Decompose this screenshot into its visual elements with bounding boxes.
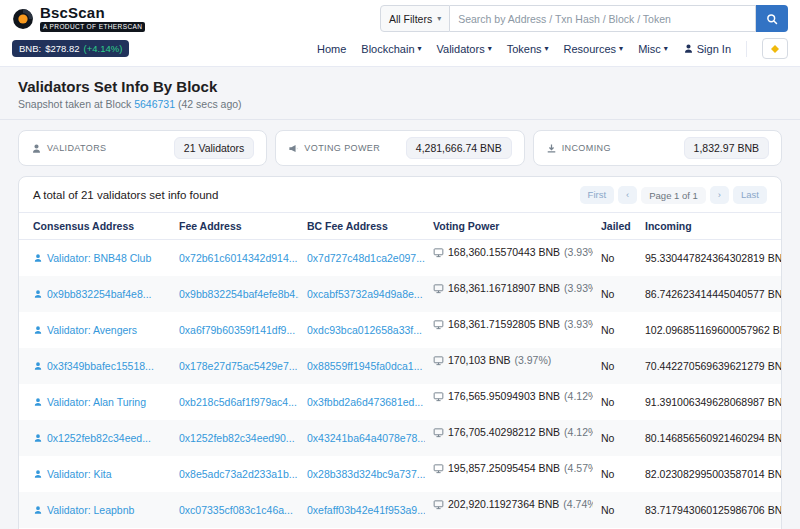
bc-fee-address-link[interactable]: 0x88559ff1945fa0dca1...	[307, 360, 422, 372]
voting-power-value: 202,920.11927364 BNB	[448, 498, 559, 510]
validator-user-icon	[33, 253, 43, 265]
pagination-first-button[interactable]: First	[580, 186, 614, 204]
nav-validators[interactable]: Validators▾	[437, 43, 492, 55]
col-incoming: Incoming	[637, 213, 781, 240]
bnb-price-change: (+4.14%)	[84, 43, 123, 54]
consensus-address-link[interactable]: Validator: BNB48 Club	[47, 252, 151, 264]
fee-address-link[interactable]: 0x8e5adc73a2d233a1b...	[179, 468, 298, 480]
logo-subtitle: A product of Etherscan	[40, 22, 145, 32]
voting-power-value: 195,857.25095454 BNB	[448, 462, 560, 474]
search-button[interactable]	[756, 5, 788, 32]
col-bc-fee-address: BC Fee Address	[299, 213, 425, 240]
search-filter-dropdown[interactable]: All Filters ▾	[380, 5, 450, 32]
stat-value-incoming: 1,832.97 BNB	[684, 137, 769, 159]
voting-power-value: 168,361.16718907 BNB	[448, 282, 560, 294]
fee-address-link[interactable]: 0xa6f79b60359f141df9...	[179, 324, 295, 336]
bnb-diamond-icon	[769, 43, 781, 55]
user-icon	[683, 43, 694, 54]
incoming-value: 82.023082995003587014 BNB	[637, 456, 781, 492]
bc-fee-address-link[interactable]: 0x43241ba64a4078e78...	[307, 432, 425, 444]
bc-fee-address-link[interactable]: 0xefaff03b42e41f953a9...	[307, 504, 425, 516]
jailed-value: No	[593, 276, 637, 312]
incoming-value: 102.096851169600057962 BNB	[637, 312, 781, 348]
fee-address-link[interactable]: 0x178e27d75ac5429e7...	[179, 360, 298, 372]
validator-user-icon	[33, 289, 43, 301]
validators-table-card: A total of 21 validators set info found …	[18, 176, 782, 529]
incoming-value: 70.442270569639621279 BNB	[637, 348, 781, 384]
table-row: Validator: Avengers 0xa6f79b60359f141df9…	[19, 312, 781, 348]
megaphone-icon	[288, 143, 299, 154]
user-icon	[31, 143, 42, 154]
block-number-link[interactable]: 5646731	[134, 98, 175, 110]
validator-user-icon	[33, 397, 43, 409]
nav-tokens[interactable]: Tokens▾	[507, 43, 549, 55]
page-content: Validators Set Info By Block Snapshot ta…	[0, 67, 800, 529]
consensus-address-link[interactable]: Validator: Leapbnb	[47, 504, 134, 516]
validators-table: Consensus Address Fee Address BC Fee Add…	[19, 212, 781, 529]
chevron-down-icon: ▾	[437, 14, 441, 23]
search-bar: All Filters ▾	[380, 5, 788, 32]
bc-fee-address-link[interactable]: 0xcabf53732a94d9a8e...	[307, 288, 423, 300]
sign-in-link[interactable]: Sign In	[683, 43, 731, 55]
col-jailed: Jailed	[593, 213, 637, 240]
stat-card-voting-power: Voting Power 4,281,666.74 BNB	[275, 130, 524, 166]
fee-address-link[interactable]: 0xb218c5d6af1f979ac4...	[179, 396, 297, 408]
consensus-address-link[interactable]: 0x3f349bbafec15518...	[47, 360, 154, 372]
consensus-address-link[interactable]: Validator: Avengers	[47, 324, 137, 336]
bsc-network-button[interactable]	[762, 38, 788, 59]
incoming-value: 86.742623414445040577 BNB	[637, 276, 781, 312]
nav-resources[interactable]: Resources▾	[564, 43, 624, 55]
consensus-address-link[interactable]: 0x9bb832254baf4e8...	[47, 288, 152, 300]
validator-user-icon	[33, 469, 43, 481]
table-row: 0x3f349bbafec15518... 0x178e27d75ac5429e…	[19, 348, 781, 384]
pagination-prev-button[interactable]: ‹	[618, 186, 637, 204]
site-header: BscScan A product of Etherscan All Filte…	[0, 0, 800, 67]
col-fee-address: Fee Address	[171, 213, 299, 240]
bscscan-logo[interactable]: BscScan A product of Etherscan	[12, 5, 145, 32]
main-nav: Home Blockchain▾ Validators▾ Tokens▾ Res…	[317, 38, 788, 59]
jailed-value: No	[593, 420, 637, 456]
bnb-price-label: BNB:	[19, 43, 41, 54]
stat-value-validators: 21 Validators	[174, 137, 255, 159]
jailed-value: No	[593, 348, 637, 384]
jailed-value: No	[593, 492, 637, 528]
voting-power-icon	[433, 463, 444, 474]
bc-fee-address-link[interactable]: 0x7d727c48d1ca2e097...	[307, 252, 425, 264]
page-title: Validators Set Info By Block	[18, 78, 782, 95]
voting-power-percent: (4.12%)	[564, 390, 593, 402]
voting-power-percent: (3.93%)	[564, 318, 593, 330]
voting-power-icon	[433, 355, 444, 366]
validator-user-icon	[33, 361, 43, 373]
nav-blockchain[interactable]: Blockchain▾	[361, 43, 421, 55]
incoming-value: 83.717943060125986706 BNB	[637, 492, 781, 528]
stat-cards: Validators 21 Validators Voting Power 4,…	[18, 130, 782, 166]
bc-fee-address-link[interactable]: 0x28b383d324bc9a737...	[307, 468, 425, 480]
stat-label-validators: Validators	[47, 143, 107, 153]
voting-power-value: 176,565.95094903 BNB	[448, 390, 560, 402]
pagination: First ‹ Page 1 of 1 › Last	[580, 186, 767, 204]
table-row: Validator: Alan Turing 0xb218c5d6af1f979…	[19, 384, 781, 420]
voting-power-icon	[433, 283, 444, 294]
consensus-address-link[interactable]: Validator: Kita	[47, 468, 112, 480]
col-voting-power: Voting Power	[425, 213, 593, 240]
nav-misc[interactable]: Misc▾	[638, 43, 668, 55]
fee-address-link[interactable]: 0x1252feb82c34eed90...	[179, 432, 295, 444]
incoming-value: 91.391006349628068987 BNB	[637, 384, 781, 420]
pagination-next-button[interactable]: ›	[710, 186, 729, 204]
search-input[interactable]	[450, 5, 756, 32]
validator-user-icon	[33, 325, 43, 337]
divider	[0, 119, 800, 120]
table-row: Validator: Leapbnb 0xc07335cf083c1c46a..…	[19, 492, 781, 528]
bc-fee-address-link[interactable]: 0xdc93bca012658a33f...	[307, 324, 422, 336]
bc-fee-address-link[interactable]: 0x3fbbd2a6d473681ed...	[307, 396, 423, 408]
fee-address-link[interactable]: 0x9bb832254baf4efe8b4...	[179, 288, 299, 300]
consensus-address-link[interactable]: 0x1252feb82c34eed...	[47, 432, 151, 444]
voting-power-icon	[433, 319, 444, 330]
fee-address-link[interactable]: 0xc07335cf083c1c46a...	[179, 504, 293, 516]
pagination-last-button[interactable]: Last	[733, 186, 767, 204]
voting-power-value: 168,360.15570443 BNB	[448, 246, 560, 258]
nav-home[interactable]: Home	[317, 43, 346, 55]
consensus-address-link[interactable]: Validator: Alan Turing	[47, 396, 146, 408]
fee-address-link[interactable]: 0x72b61c6014342d914...	[179, 252, 298, 264]
stat-label-incoming: Incoming	[562, 143, 611, 153]
